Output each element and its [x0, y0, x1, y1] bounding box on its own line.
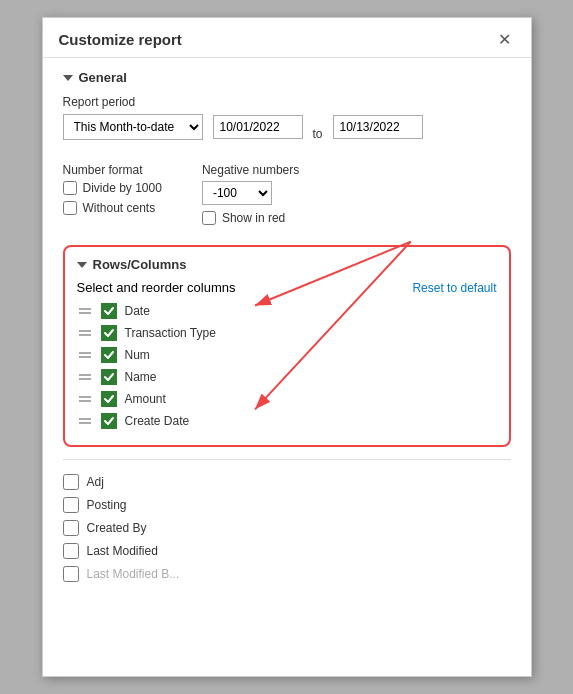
rows-columns-label: Rows/Columns: [93, 257, 187, 272]
unchecked-columns-list: Adj Posting Created By Last Modified Las…: [63, 470, 511, 582]
show-in-red-checkbox[interactable]: [202, 211, 216, 225]
list-item: Posting: [63, 497, 511, 513]
from-date-input[interactable]: [213, 115, 303, 139]
column-label: Posting: [87, 498, 127, 512]
column-label: Last Modified: [87, 544, 158, 558]
reset-to-default-link[interactable]: Reset to default: [412, 281, 496, 295]
number-format-section: Number format Divide by 1000 Without cen…: [63, 163, 511, 231]
customize-report-dialog: Customize report ✕ General Report period…: [42, 17, 532, 677]
date-checkbox[interactable]: [101, 303, 117, 319]
last-modified-checkbox[interactable]: [63, 543, 79, 559]
select-reorder-row: Select and reorder columns Reset to defa…: [77, 280, 497, 295]
list-item: Name: [77, 369, 497, 385]
divide-by-1000-checkbox[interactable]: [63, 181, 77, 195]
negative-numbers-label: Negative numbers: [202, 163, 299, 177]
negative-numbers-group: Negative numbers -100 (100) Show in red: [202, 163, 299, 231]
num-checkbox[interactable]: [101, 347, 117, 363]
column-label: Name: [125, 370, 157, 384]
report-period-label: Report period: [63, 95, 511, 109]
column-label: Create Date: [125, 414, 190, 428]
drag-handle[interactable]: [77, 394, 93, 404]
general-collapse-icon[interactable]: [63, 75, 73, 81]
column-label: Amount: [125, 392, 166, 406]
list-item: Adj: [63, 474, 511, 490]
section-divider: [63, 459, 511, 460]
list-item: Transaction Type: [77, 325, 497, 341]
without-cents-checkbox[interactable]: [63, 201, 77, 215]
show-in-red-row: Show in red: [202, 211, 299, 225]
column-label: Date: [125, 304, 150, 318]
list-item: Last Modified: [63, 543, 511, 559]
drag-handle[interactable]: [77, 328, 93, 338]
column-label: Transaction Type: [125, 326, 216, 340]
report-period-row: This Month-to-date to: [63, 113, 511, 141]
column-label: Num: [125, 348, 150, 362]
report-period-group: Report period This Month-to-date to: [63, 95, 511, 151]
negative-numbers-select[interactable]: -100 (100): [202, 181, 272, 205]
period-select[interactable]: This Month-to-date: [63, 114, 203, 140]
drag-handle[interactable]: [77, 306, 93, 316]
name-checkbox[interactable]: [101, 369, 117, 385]
drag-handle[interactable]: [77, 350, 93, 360]
create-date-checkbox[interactable]: [101, 413, 117, 429]
dialog-title: Customize report: [59, 31, 182, 48]
to-date-input[interactable]: [333, 115, 423, 139]
general-section-label: General: [79, 70, 127, 85]
number-format-group: Number format Divide by 1000 Without cen…: [63, 163, 162, 231]
to-label: to: [313, 127, 323, 141]
posting-checkbox[interactable]: [63, 497, 79, 513]
amount-checkbox[interactable]: [101, 391, 117, 407]
select-reorder-label: Select and reorder columns: [77, 280, 236, 295]
drag-handle[interactable]: [77, 416, 93, 426]
without-cents-row: Without cents: [63, 201, 162, 215]
rows-columns-collapse-icon[interactable]: [77, 262, 87, 268]
dialog-header: Customize report ✕: [43, 18, 531, 58]
column-label: Last Modified B...: [87, 567, 180, 581]
adj-checkbox[interactable]: [63, 474, 79, 490]
divide-by-1000-row: Divide by 1000: [63, 181, 162, 195]
without-cents-label: Without cents: [83, 201, 156, 215]
created-by-checkbox[interactable]: [63, 520, 79, 536]
column-label: Adj: [87, 475, 104, 489]
rows-columns-header: Rows/Columns: [77, 257, 497, 272]
column-label: Created By: [87, 521, 147, 535]
list-item: Last Modified B...: [63, 566, 511, 582]
divide-by-1000-label: Divide by 1000: [83, 181, 162, 195]
drag-handle[interactable]: [77, 372, 93, 382]
show-in-red-label: Show in red: [222, 211, 285, 225]
checked-columns-list: Date Transaction Type Num: [77, 303, 497, 429]
list-item: Num: [77, 347, 497, 363]
list-item: Created By: [63, 520, 511, 536]
last-modified-by-checkbox[interactable]: [63, 566, 79, 582]
list-item: Create Date: [77, 413, 497, 429]
close-button[interactable]: ✕: [494, 30, 515, 49]
list-item: Date: [77, 303, 497, 319]
number-format-label: Number format: [63, 163, 162, 177]
transaction-type-checkbox[interactable]: [101, 325, 117, 341]
rows-columns-section: Rows/Columns Select and reorder columns …: [63, 245, 511, 447]
dialog-body: General Report period This Month-to-date…: [43, 58, 531, 601]
general-section-header: General: [63, 70, 511, 85]
list-item: Amount: [77, 391, 497, 407]
